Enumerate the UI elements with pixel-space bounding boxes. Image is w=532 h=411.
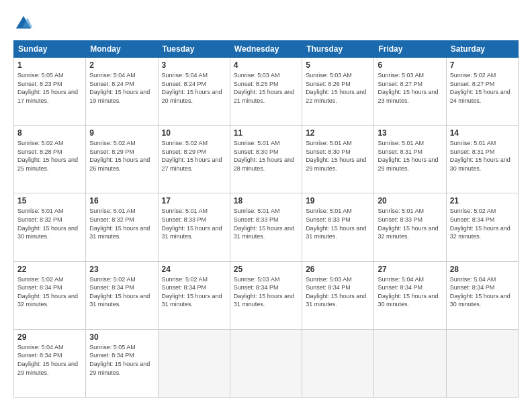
- day-number: 4: [234, 60, 298, 70]
- day-info: Sunrise: 5:03 AMSunset: 8:27 PMDaylight:…: [378, 71, 442, 105]
- day-info: Sunrise: 5:04 AMSunset: 8:34 PMDaylight:…: [450, 275, 515, 309]
- day-number: 22: [17, 265, 82, 274]
- calendar-header-thursday: Thursday: [302, 41, 374, 58]
- day-number: 25: [234, 265, 298, 274]
- day-info: Sunrise: 5:01 AMSunset: 8:30 PMDaylight:…: [306, 139, 370, 173]
- day-info: Sunrise: 5:02 AMSunset: 8:34 PMDaylight:…: [89, 275, 154, 309]
- calendar-day-6: 6Sunrise: 5:03 AMSunset: 8:27 PMDaylight…: [374, 58, 446, 126]
- day-info: Sunrise: 5:02 AMSunset: 8:27 PMDaylight:…: [450, 71, 515, 105]
- calendar-week-3: 15Sunrise: 5:01 AMSunset: 8:32 PMDayligh…: [14, 193, 519, 261]
- calendar-day-30: 30Sunrise: 5:05 AMSunset: 8:34 PMDayligh…: [86, 329, 158, 397]
- calendar-day-3: 3Sunrise: 5:04 AMSunset: 8:24 PMDaylight…: [158, 58, 230, 126]
- day-info: Sunrise: 5:01 AMSunset: 8:33 PMDaylight:…: [306, 207, 370, 240]
- calendar-week-5: 29Sunrise: 5:04 AMSunset: 8:34 PMDayligh…: [14, 329, 519, 397]
- day-number: 9: [89, 128, 154, 138]
- day-number: 21: [450, 196, 515, 205]
- day-number: 29: [17, 332, 82, 342]
- calendar-day-19: 19Sunrise: 5:01 AMSunset: 8:33 PMDayligh…: [302, 193, 374, 261]
- calendar-week-2: 8Sunrise: 5:02 AMSunset: 8:28 PMDaylight…: [14, 126, 519, 193]
- calendar-day-16: 16Sunrise: 5:01 AMSunset: 8:32 PMDayligh…: [86, 193, 158, 261]
- day-number: 1: [17, 60, 82, 70]
- day-number: 7: [450, 60, 515, 70]
- calendar-day-4: 4Sunrise: 5:03 AMSunset: 8:25 PMDaylight…: [230, 58, 302, 126]
- calendar-day-8: 8Sunrise: 5:02 AMSunset: 8:28 PMDaylight…: [14, 126, 86, 193]
- day-number: 17: [162, 196, 226, 205]
- calendar-day-29: 29Sunrise: 5:04 AMSunset: 8:34 PMDayligh…: [14, 329, 86, 397]
- day-number: 3: [162, 60, 226, 70]
- day-number: 28: [450, 265, 515, 274]
- day-info: Sunrise: 5:01 AMSunset: 8:33 PMDaylight:…: [162, 207, 226, 240]
- day-number: 8: [17, 128, 82, 138]
- day-number: 26: [306, 265, 370, 274]
- calendar-header-friday: Friday: [374, 41, 446, 58]
- calendar-day-20: 20Sunrise: 5:01 AMSunset: 8:33 PMDayligh…: [374, 193, 446, 261]
- day-info: Sunrise: 5:02 AMSunset: 8:34 PMDaylight:…: [17, 275, 82, 309]
- day-number: 5: [306, 60, 370, 70]
- day-info: Sunrise: 5:04 AMSunset: 8:34 PMDaylight:…: [17, 343, 82, 377]
- logo-icon: [13, 13, 34, 34]
- day-number: 6: [378, 60, 442, 70]
- logo: [13, 13, 36, 34]
- calendar-day-11: 11Sunrise: 5:01 AMSunset: 8:30 PMDayligh…: [230, 126, 302, 193]
- day-info: Sunrise: 5:01 AMSunset: 8:31 PMDaylight:…: [450, 139, 515, 173]
- day-number: 19: [306, 196, 370, 205]
- day-number: 13: [378, 128, 442, 138]
- day-info: Sunrise: 5:02 AMSunset: 8:34 PMDaylight:…: [162, 275, 226, 309]
- calendar-day-empty: [446, 329, 518, 397]
- day-number: 12: [306, 128, 370, 138]
- day-number: 11: [234, 128, 298, 138]
- day-info: Sunrise: 5:04 AMSunset: 8:24 PMDaylight:…: [162, 71, 226, 105]
- calendar-header-saturday: Saturday: [446, 41, 518, 58]
- calendar-day-1: 1Sunrise: 5:05 AMSunset: 8:23 PMDaylight…: [14, 58, 86, 126]
- day-info: Sunrise: 5:05 AMSunset: 8:34 PMDaylight:…: [89, 343, 154, 377]
- calendar-day-22: 22Sunrise: 5:02 AMSunset: 8:34 PMDayligh…: [14, 261, 86, 329]
- calendar-header-row: SundayMondayTuesdayWednesdayThursdayFrid…: [14, 41, 519, 58]
- day-info: Sunrise: 5:02 AMSunset: 8:29 PMDaylight:…: [162, 139, 226, 173]
- day-number: 24: [162, 265, 226, 274]
- day-info: Sunrise: 5:04 AMSunset: 8:34 PMDaylight:…: [378, 275, 442, 309]
- day-number: 16: [89, 196, 154, 205]
- calendar-day-10: 10Sunrise: 5:02 AMSunset: 8:29 PMDayligh…: [158, 126, 230, 193]
- day-number: 18: [234, 196, 298, 205]
- day-info: Sunrise: 5:03 AMSunset: 8:34 PMDaylight:…: [234, 275, 298, 309]
- calendar-header-tuesday: Tuesday: [158, 41, 230, 58]
- calendar-day-13: 13Sunrise: 5:01 AMSunset: 8:31 PMDayligh…: [374, 126, 446, 193]
- calendar-day-26: 26Sunrise: 5:03 AMSunset: 8:34 PMDayligh…: [302, 261, 374, 329]
- day-info: Sunrise: 5:02 AMSunset: 8:29 PMDaylight:…: [89, 139, 154, 173]
- day-info: Sunrise: 5:05 AMSunset: 8:23 PMDaylight:…: [17, 71, 82, 105]
- calendar-day-12: 12Sunrise: 5:01 AMSunset: 8:30 PMDayligh…: [302, 126, 374, 193]
- calendar-day-21: 21Sunrise: 5:02 AMSunset: 8:34 PMDayligh…: [446, 193, 518, 261]
- day-info: Sunrise: 5:02 AMSunset: 8:34 PMDaylight:…: [450, 207, 515, 240]
- day-info: Sunrise: 5:01 AMSunset: 8:32 PMDaylight:…: [17, 207, 82, 240]
- calendar-day-empty: [230, 329, 302, 397]
- calendar-header-wednesday: Wednesday: [230, 41, 302, 58]
- calendar-day-2: 2Sunrise: 5:04 AMSunset: 8:24 PMDaylight…: [86, 58, 158, 126]
- calendar-day-5: 5Sunrise: 5:03 AMSunset: 8:26 PMDaylight…: [302, 58, 374, 126]
- calendar-week-1: 1Sunrise: 5:05 AMSunset: 8:23 PMDaylight…: [14, 58, 519, 126]
- day-info: Sunrise: 5:03 AMSunset: 8:26 PMDaylight:…: [306, 71, 370, 105]
- day-number: 20: [378, 196, 442, 205]
- calendar-day-9: 9Sunrise: 5:02 AMSunset: 8:29 PMDaylight…: [86, 126, 158, 193]
- day-number: 10: [162, 128, 226, 138]
- calendar-day-empty: [158, 329, 230, 397]
- calendar-day-15: 15Sunrise: 5:01 AMSunset: 8:32 PMDayligh…: [14, 193, 86, 261]
- day-info: Sunrise: 5:03 AMSunset: 8:34 PMDaylight:…: [306, 275, 370, 309]
- day-number: 23: [89, 265, 154, 274]
- day-number: 30: [89, 332, 154, 342]
- day-number: 27: [378, 265, 442, 274]
- day-info: Sunrise: 5:04 AMSunset: 8:24 PMDaylight:…: [89, 71, 154, 105]
- day-number: 15: [17, 196, 82, 205]
- calendar-day-14: 14Sunrise: 5:01 AMSunset: 8:31 PMDayligh…: [446, 126, 518, 193]
- calendar-week-4: 22Sunrise: 5:02 AMSunset: 8:34 PMDayligh…: [14, 261, 519, 329]
- calendar-day-24: 24Sunrise: 5:02 AMSunset: 8:34 PMDayligh…: [158, 261, 230, 329]
- calendar-day-25: 25Sunrise: 5:03 AMSunset: 8:34 PMDayligh…: [230, 261, 302, 329]
- day-number: 2: [89, 60, 154, 70]
- page: SundayMondayTuesdayWednesdayThursdayFrid…: [0, 0, 532, 411]
- calendar-header-sunday: Sunday: [14, 41, 86, 58]
- day-info: Sunrise: 5:01 AMSunset: 8:30 PMDaylight:…: [234, 139, 298, 173]
- day-info: Sunrise: 5:01 AMSunset: 8:33 PMDaylight:…: [378, 207, 442, 240]
- calendar-day-empty: [302, 329, 374, 397]
- day-info: Sunrise: 5:03 AMSunset: 8:25 PMDaylight:…: [234, 71, 298, 105]
- calendar-day-28: 28Sunrise: 5:04 AMSunset: 8:34 PMDayligh…: [446, 261, 518, 329]
- day-info: Sunrise: 5:01 AMSunset: 8:32 PMDaylight:…: [89, 207, 154, 240]
